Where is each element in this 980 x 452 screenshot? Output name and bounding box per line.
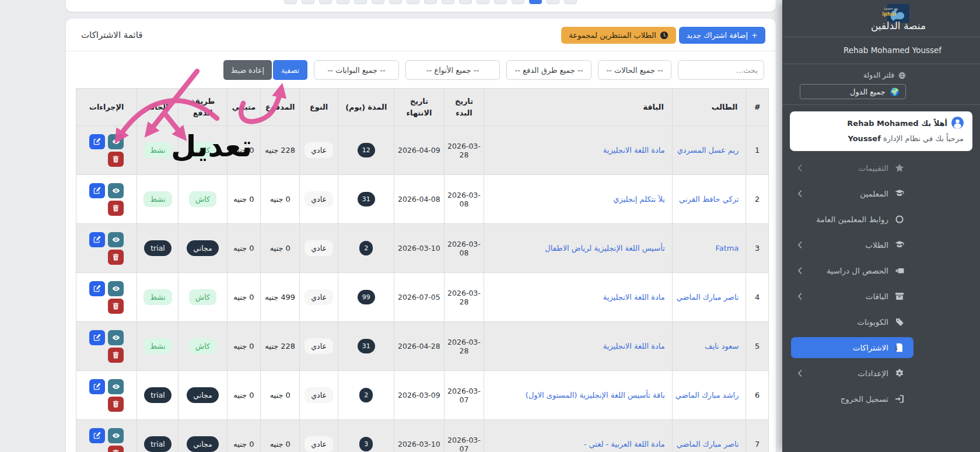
country-select[interactable]: 🌍 جميع الدول xyxy=(800,84,906,99)
package-link[interactable]: يلآ نتكلم إنجليزي xyxy=(613,195,665,204)
view-button[interactable] xyxy=(108,281,124,296)
cell-student: سعود نايف xyxy=(672,322,746,371)
sidebar-item-2[interactable]: روابط المعلمين العامة xyxy=(791,209,914,230)
package-link[interactable]: تأسيس اللغة الإنجليزية لرياض الاطفال xyxy=(545,244,664,253)
edit-button[interactable] xyxy=(89,134,105,149)
pagination-page-stub[interactable] xyxy=(424,0,437,4)
view-button[interactable] xyxy=(108,379,124,394)
pagination-page-stub[interactable] xyxy=(512,0,524,4)
sidebar-item-8[interactable]: الإعدادات xyxy=(791,363,914,384)
edit-button[interactable] xyxy=(89,281,105,296)
cell-paid: 0 جنيه xyxy=(261,420,300,452)
pagination-page-stub[interactable] xyxy=(442,0,454,4)
cell-student: ريم عسل المسردي xyxy=(672,126,746,175)
pagination-page-stub[interactable] xyxy=(547,0,559,4)
student-link[interactable]: راشد مبارك الماضي xyxy=(676,391,739,400)
sidebar-item-4[interactable]: الحصص ال دراسية xyxy=(791,260,914,281)
cell-status: نشط xyxy=(137,273,178,322)
pagination-page-stub[interactable] xyxy=(337,0,349,4)
plus-icon: + xyxy=(751,31,758,40)
table-row: 7 ناصر مبارك الماضي مادة اللغة العربية -… xyxy=(76,420,769,452)
sidebar-item-label: التقييمات xyxy=(858,163,888,173)
waiting-students-button[interactable]: الطلاب المنتظرين لمجموعة xyxy=(561,27,676,44)
sidebar-item-9[interactable]: تسجيل الخروج xyxy=(791,388,914,409)
edit-button[interactable] xyxy=(89,379,105,394)
pagination-page-stub[interactable] xyxy=(477,0,489,4)
pagination-page-stub[interactable] xyxy=(302,0,314,4)
card-header: + إضافة اشتراك جديد الطلاب المنتظرين لمج… xyxy=(66,19,776,51)
delete-button[interactable] xyxy=(108,299,124,314)
filter-button[interactable]: تصفية xyxy=(273,60,307,80)
sidebar-item-3[interactable]: الطلاب xyxy=(791,234,914,255)
view-button[interactable] xyxy=(108,183,124,198)
delete-button[interactable] xyxy=(108,152,124,167)
student-link[interactable]: ناصر مبارك الماضي xyxy=(677,293,739,302)
pagination-page-stub[interactable] xyxy=(529,0,542,4)
video-icon xyxy=(894,265,904,275)
cell-actions xyxy=(76,322,137,371)
circle-icon xyxy=(894,214,904,224)
sidebar-item-7[interactable]: $الاشتراكات xyxy=(791,337,914,358)
duration-badge: 3 xyxy=(359,437,373,451)
pagination-page-stub[interactable] xyxy=(284,0,297,4)
pagination-page-stub[interactable] xyxy=(319,0,332,4)
package-link[interactable]: مادة اللغة العربية - لغتي - xyxy=(584,440,665,449)
package-link[interactable]: مادة اللغة الانجليزية xyxy=(603,293,665,302)
view-button[interactable] xyxy=(108,428,124,443)
student-link[interactable]: تركي حافظ القرني xyxy=(679,195,738,204)
payment-pill: مجاني xyxy=(187,240,218,256)
cell-end-date: 2026-03-10 xyxy=(394,224,444,273)
student-link[interactable]: سعود نايف xyxy=(705,342,738,351)
student-link[interactable]: ناصر مبارك الماضي xyxy=(677,440,739,449)
filter-select-2[interactable]: -- جميع الأنواع -- xyxy=(405,60,500,80)
delete-button[interactable] xyxy=(108,446,124,452)
sidebar-item-6[interactable]: الكوبونات xyxy=(791,311,914,332)
chevron-left-icon xyxy=(797,164,802,171)
student-link[interactable]: ريم عسل المسردي xyxy=(677,146,739,155)
package-link[interactable]: مادة اللغة الانجليزية xyxy=(603,146,665,155)
app-logo[interactable]: Learn as Dolphin منصة الدلفين xyxy=(817,3,980,31)
pagination-page-stub[interactable] xyxy=(407,0,419,4)
pagination-page-stub[interactable] xyxy=(372,0,384,4)
duration-badge: 99 xyxy=(358,290,375,304)
column-header-6: النوع xyxy=(300,89,338,126)
search-input[interactable] xyxy=(678,60,764,80)
sidebar-item-1[interactable]: المعلمين xyxy=(791,183,914,204)
edit-button[interactable] xyxy=(89,428,105,443)
delete-button[interactable] xyxy=(108,250,124,265)
add-subscription-button[interactable]: + إضافة اشتراك جديد xyxy=(679,27,765,44)
cell-index: 6 xyxy=(746,371,769,420)
pagination-page-stub[interactable] xyxy=(354,0,367,4)
cell-remaining: 0 جنيه xyxy=(227,420,261,452)
column-header-5: المدة (يوم) xyxy=(338,89,394,126)
cell-start-date: 2026-03-28 xyxy=(444,126,484,175)
edit-button[interactable] xyxy=(89,330,105,345)
sidebar-item-0[interactable]: التقييمات xyxy=(791,157,914,178)
delete-button[interactable] xyxy=(108,201,124,216)
pagination-page-stub[interactable] xyxy=(494,0,507,4)
cell-payment: كاش xyxy=(178,322,227,371)
view-button[interactable] xyxy=(108,232,124,247)
cell-status: trial xyxy=(137,420,178,452)
edit-button[interactable] xyxy=(89,183,105,198)
package-link[interactable]: باقة تأسيس اللغة الإنجليزية (المستوى الا… xyxy=(526,391,665,400)
pagination-page-stub[interactable] xyxy=(459,0,472,4)
delete-button[interactable] xyxy=(108,348,124,363)
page-title: قائمة الاشتراكات xyxy=(81,30,143,40)
delete-button[interactable] xyxy=(108,397,124,412)
filter-select-1[interactable]: -- جميع طرق الدفع -- xyxy=(506,60,592,80)
sidebar-item-5[interactable]: الباقات xyxy=(791,286,914,307)
cell-student: ناصر مبارك الماضي xyxy=(672,420,746,452)
cell-status: نشط xyxy=(137,175,178,224)
filter-select-0[interactable]: -- جميع الحالات -- xyxy=(598,60,671,80)
filter-select-3[interactable]: -- جميع البوابات -- xyxy=(314,60,399,80)
view-button[interactable] xyxy=(108,134,124,149)
reset-button[interactable]: إعادة ضبط xyxy=(223,60,272,80)
pagination-page-stub[interactable] xyxy=(564,0,577,4)
edit-button[interactable] xyxy=(89,232,105,247)
package-link[interactable]: مادة اللغة الانجليزية xyxy=(603,342,665,351)
view-button[interactable] xyxy=(108,330,124,345)
student-link[interactable]: Fatma xyxy=(716,244,739,253)
table-wrap: #الطالبالباقةتاريخ البدءتاريخ الانتهاءال… xyxy=(76,88,769,452)
pagination-page-stub[interactable] xyxy=(389,0,402,4)
